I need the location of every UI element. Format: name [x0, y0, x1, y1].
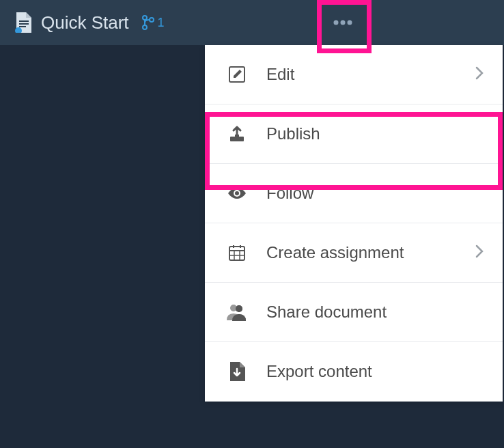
export-icon	[227, 361, 247, 382]
svg-rect-0	[19, 20, 29, 22]
menu-item-edit[interactable]: Edit	[205, 45, 503, 104]
menu-label: Follow	[266, 184, 313, 203]
svg-point-9	[348, 20, 352, 25]
svg-point-6	[150, 18, 154, 22]
svg-point-5	[143, 25, 147, 29]
svg-rect-11	[230, 137, 244, 141]
menu-label: Create assignment	[266, 243, 404, 262]
menu-item-export-content[interactable]: Export content	[205, 342, 503, 402]
menu-label: Share document	[266, 303, 387, 322]
share-icon	[227, 302, 247, 322]
branch-count: 1	[158, 16, 165, 30]
page-title: Quick Start	[41, 12, 129, 33]
chevron-right-icon	[475, 243, 484, 262]
context-menu: Edit Publish Follow	[205, 45, 503, 402]
more-options-button[interactable]	[326, 8, 359, 37]
svg-point-4	[143, 16, 147, 20]
publish-icon	[227, 124, 247, 144]
svg-point-7	[334, 20, 339, 25]
edit-icon	[227, 64, 247, 85]
menu-item-create-assignment[interactable]: Create assignment	[205, 223, 503, 283]
menu-label: Edit	[266, 65, 294, 84]
menu-item-publish[interactable]: Publish	[205, 104, 503, 164]
menu-label: Publish	[266, 124, 320, 143]
ellipsis-icon	[333, 20, 353, 25]
svg-point-8	[341, 20, 346, 25]
chevron-right-icon	[475, 65, 484, 84]
svg-rect-2	[19, 26, 26, 27]
menu-label: Export content	[266, 362, 372, 381]
svg-point-24	[236, 305, 242, 312]
menu-item-share-document[interactable]: Share document	[205, 283, 503, 342]
svg-rect-12	[235, 135, 239, 137]
svg-rect-15	[229, 247, 244, 260]
menu-item-follow[interactable]: Follow	[205, 164, 503, 223]
svg-point-14	[235, 191, 239, 195]
document-icon	[14, 12, 31, 33]
svg-rect-1	[19, 23, 29, 25]
branch-indicator[interactable]: 1	[141, 15, 165, 30]
branch-icon	[141, 15, 155, 30]
follow-icon	[227, 183, 247, 204]
calendar-icon	[227, 242, 247, 263]
header-bar: Quick Start 1	[0, 0, 504, 45]
